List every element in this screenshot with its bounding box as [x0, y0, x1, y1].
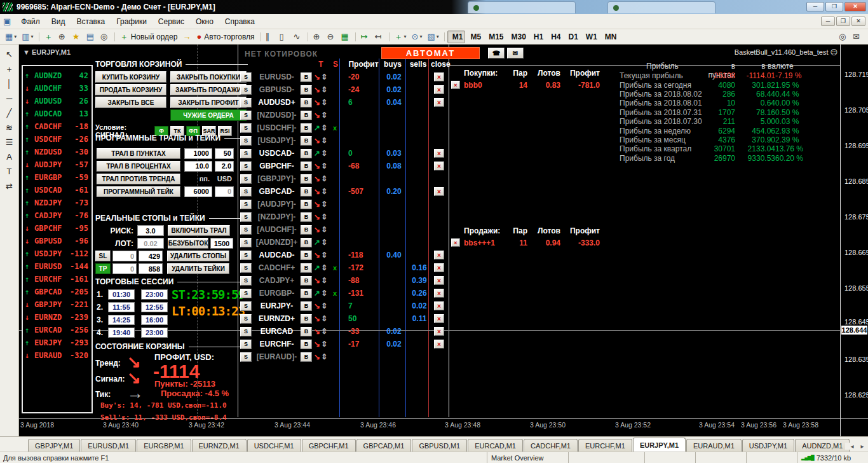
chart-area[interactable]: ▼ EURJPY,M1 НЕТ КОТИРОВОК АВТОМАТ ☎ ✉ Ba… — [19, 45, 868, 436]
periods-button[interactable]: ⊙ ▾ — [409, 31, 425, 43]
text-label-icon[interactable]: T — [3, 165, 17, 178]
watchlist-item[interactable]: ↑ EURJPY -293 — [23, 336, 92, 349]
tp-button[interactable]: TP — [95, 263, 111, 274]
close-sells-button[interactable]: ЗАКРЫТЬ ПРОДАЖИ — [170, 84, 247, 95]
watchlist-item[interactable]: ↑ GBPCAD -205 — [23, 286, 92, 298]
trail-step-field[interactable]: USD — [215, 174, 234, 184]
watchlist-item[interactable]: ↑ EURGBP -59 — [23, 171, 92, 184]
new-chart-button[interactable]: ▦ ▾ — [3, 31, 19, 43]
auto-trading-button[interactable]: ● Авто-торговля — [194, 31, 257, 43]
watchlist-item[interactable]: ↑ USDJPY -112 — [23, 247, 92, 260]
crosshair-icon[interactable]: ＋ — [3, 62, 17, 76]
watchlist-item[interactable]: ↓ GBPJPY -221 — [23, 298, 92, 311]
tile-windows-button[interactable]: ▦ — [339, 31, 353, 43]
timeframe-mn-button[interactable]: MN — [600, 31, 620, 43]
close-pair-button[interactable]: × — [434, 276, 444, 285]
buy-button[interactable]: B — [301, 98, 312, 107]
new-order-button[interactable]: ＋ Новый ордер — [118, 31, 180, 43]
trail-step-field[interactable]: 0 — [215, 186, 234, 197]
watchlist-item[interactable]: ↑ AUDNZD 42 — [23, 69, 92, 82]
watchlist-item[interactable]: ↑ NZDUSD -30 — [23, 146, 92, 158]
child-restore-button[interactable]: ❐ — [836, 17, 850, 26]
session-end-field[interactable]: 23:00 — [141, 289, 168, 300]
trail-value-field[interactable]: 10.0 — [184, 161, 212, 172]
watchlist-item[interactable]: ↓ EURNZD -239 — [23, 311, 92, 324]
delete-takes-button[interactable]: УДАЛИТЬ ТЕЙКИ — [167, 263, 229, 274]
indicators-button[interactable]: ＋ ▾ — [392, 31, 409, 43]
chart-tab[interactable]: USDCHF,M1 — [247, 439, 301, 452]
session-start-field[interactable]: 01:30 — [108, 289, 135, 300]
cursor-icon[interactable]: ↖ — [3, 48, 17, 61]
chart-tab[interactable]: GBPJPY,M1 — [28, 439, 80, 452]
breakeven-button[interactable]: БЕЗУБЫТОК — [168, 238, 208, 249]
sell-button[interactable]: S — [240, 289, 252, 298]
profiles-button[interactable]: ▥ ▾ — [19, 31, 36, 43]
close-pair-button[interactable]: × — [434, 187, 444, 196]
buy-button[interactable]: B — [301, 251, 312, 260]
buy-button[interactable]: B — [301, 340, 312, 349]
channel-icon[interactable]: ≋ — [3, 121, 17, 134]
sell-button[interactable]: S — [240, 352, 252, 362]
chart-tab[interactable]: GBPCAD,M1 — [356, 439, 412, 452]
sell-button[interactable]: S — [240, 276, 252, 286]
timeframe-m30-button[interactable]: M30 — [506, 31, 528, 43]
window-restore-button[interactable]: ❐ — [825, 2, 843, 11]
zoom-in-button[interactable]: ⊕ — [311, 31, 325, 43]
buy-button[interactable]: B — [301, 73, 312, 82]
phone-icon[interactable]: ☎ — [488, 48, 505, 59]
watchlist-item[interactable]: ↓ GBPUSD -96 — [23, 235, 92, 247]
watchlist-item[interactable]: ↑ EURCAD -256 — [23, 324, 92, 336]
chat-button[interactable]: ✉ — [850, 31, 864, 43]
close-group-button[interactable]: × — [451, 81, 460, 89]
watchlist-item[interactable]: ↓ AUDCHF 33 — [23, 82, 92, 95]
sell-button[interactable]: S — [240, 123, 252, 133]
delete-stops-button[interactable]: УДАЛИТЬ СТОПЫ — [167, 251, 229, 261]
close-pair-button[interactable]: × — [434, 263, 444, 272]
close-profit-button[interactable]: ЗАКРЫТЬ ПРОФИТ — [170, 97, 247, 108]
session-end-field[interactable]: 12:55 — [141, 302, 168, 312]
mail-icon[interactable]: ✉ — [507, 48, 524, 59]
watchlist-item[interactable]: ↓ AUDUSD 26 — [23, 95, 92, 107]
watchlist-item[interactable]: ↑ EURCHF -161 — [23, 273, 92, 286]
sell-button[interactable]: S — [240, 73, 252, 82]
buy-button[interactable]: B — [301, 314, 312, 324]
close-group-button[interactable]: × — [451, 238, 460, 247]
session-end-field[interactable]: 23:00 — [141, 328, 168, 338]
close-all-button[interactable]: ЗАКРЫТЬ ВСЕ — [95, 97, 166, 108]
text-icon[interactable]: A — [3, 150, 17, 163]
buy-button[interactable]: B — [301, 212, 312, 222]
buy-button[interactable]: B — [301, 136, 312, 146]
trendline-icon[interactable]: ╱ — [3, 106, 17, 120]
sell-button[interactable]: S — [240, 314, 252, 324]
buy-button[interactable]: B — [301, 174, 312, 184]
navigator-button[interactable]: ★ — [70, 31, 84, 43]
trail-mode-button[interactable]: ТРАЛ В ПРОЦЕНТАХ — [97, 161, 180, 172]
close-pair-button[interactable]: × — [434, 85, 444, 94]
timeframe-w1-button[interactable]: W1 — [581, 31, 600, 43]
timeframe-d1-button[interactable]: D1 — [564, 31, 581, 43]
buy-basket-button[interactable]: КУПИТЬ КОРЗИНУ — [95, 71, 166, 83]
alien-orders-button[interactable]: ЧУЖИЕ ОРДЕРА — [170, 109, 247, 121]
buy-button[interactable]: B — [301, 327, 312, 336]
enable-trail-button[interactable]: ВКЛЮЧИТЬ ТРАЛ — [168, 225, 230, 236]
market-watch-button[interactable]: ＋ — [42, 31, 56, 43]
chart-tab[interactable]: EURCAD,M1 — [468, 439, 523, 452]
window-close-button[interactable]: ✕ — [844, 2, 866, 11]
sl-field-1[interactable]: 0 — [112, 251, 137, 261]
sell-button[interactable]: S — [240, 225, 252, 235]
sell-button[interactable]: S — [240, 98, 252, 107]
watchlist-item[interactable]: ↑ USDCHF -26 — [23, 133, 92, 146]
session-start-field[interactable]: 14:25 — [108, 315, 135, 325]
close-pair-button[interactable]: × — [434, 314, 444, 323]
close-pair-button[interactable]: × — [434, 162, 444, 170]
trail-step-field[interactable]: 2.0 — [215, 161, 234, 172]
sl-field-2[interactable]: 429 — [139, 251, 163, 261]
lot-field[interactable]: 0.02 — [137, 238, 164, 249]
watchlist-item[interactable]: ↓ AUDJPY -57 — [23, 158, 92, 171]
strategy-tester-button[interactable]: ◎ — [98, 31, 112, 43]
buy-button[interactable]: B — [301, 187, 312, 197]
chart-tab[interactable]: USDJPY,M1 — [742, 439, 794, 452]
watchlist-item[interactable]: ↑ NZDJPY -73 — [23, 197, 92, 209]
watchlist-item[interactable]: ↓ EURAUD -320 — [23, 349, 92, 362]
chart-tab[interactable]: GBPCHF,M1 — [302, 439, 356, 452]
